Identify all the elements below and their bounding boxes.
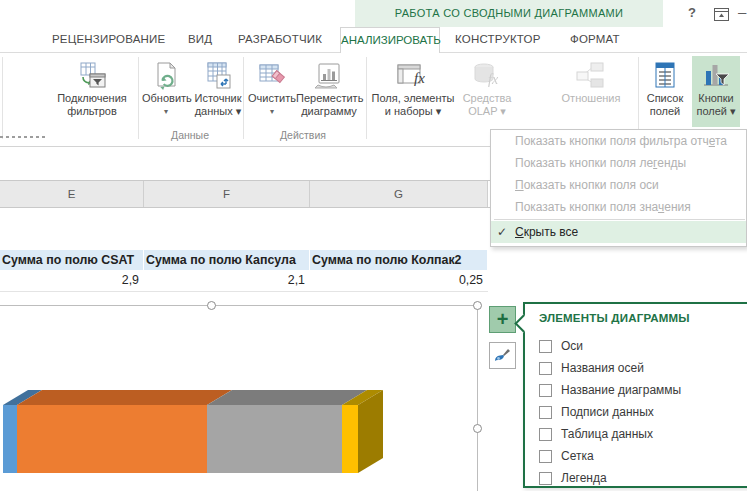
checkbox-row-axis-titles[interactable]: Названия осей: [539, 357, 681, 379]
bar-segment-yellow[interactable]: [342, 405, 358, 473]
tab-developer[interactable]: РАЗРАБОТЧИК: [238, 27, 322, 52]
button-label: Подключения: [46, 92, 138, 105]
bar-segment-gray[interactable]: [207, 405, 342, 473]
tab-view[interactable]: ВИД: [188, 27, 212, 52]
column-header-g[interactable]: G: [310, 181, 488, 207]
group-label-actions: Действия: [268, 129, 338, 141]
relationships-button[interactable]: Отношения: [556, 56, 626, 127]
dropdown-arrow: ▾: [248, 105, 296, 118]
excel-window: РАБОТА СО СВОДНЫМИ ДИАГРАММАМИ ? – РЕЦЕН…: [0, 0, 747, 491]
checkbox-label: Подписи данных: [561, 405, 654, 419]
field-list-icon: [642, 56, 688, 92]
svg-text:fx: fx: [414, 70, 425, 86]
menu-item-mnemonic: П: [515, 178, 524, 192]
group-separator: [138, 57, 139, 139]
data-source-button[interactable]: Источник данных ▾: [192, 56, 244, 127]
tab-analyze[interactable]: АНАЛИЗИРОВАТЬ: [340, 27, 440, 53]
checkbox-row-data-table[interactable]: Таблица данных: [539, 423, 681, 445]
button-label: фильтров: [46, 105, 138, 118]
checkbox-data-table[interactable]: [539, 428, 552, 441]
checkbox-data-labels[interactable]: [539, 406, 552, 419]
pivot-header-cell[interactable]: Сумма по полю Колпак2: [310, 250, 488, 270]
refresh-icon: [142, 56, 190, 92]
minimize-icon[interactable]: –: [738, 3, 746, 20]
clipped-group-label-artifact: [0, 136, 46, 138]
move-chart-icon: [296, 56, 362, 92]
pivot-value-cell[interactable]: 0,25: [310, 270, 488, 290]
group-label-data: Данные: [155, 129, 225, 141]
olap-tools-button[interactable]: fx Средства OLAP ▾: [458, 56, 516, 127]
selection-handle-middle-right[interactable]: [473, 424, 482, 433]
checkbox-chart-title[interactable]: [539, 384, 552, 397]
menu-item-show-legend-field-buttons[interactable]: Показать кнопки поля легенды: [491, 152, 746, 174]
fields-items-sets-button[interactable]: fx Поля, элементы и наборы ▾: [370, 56, 456, 127]
tab-design[interactable]: КОНСТРУКТОР: [455, 27, 541, 52]
button-label: OLAP ▾: [458, 105, 516, 118]
menu-item-show-axis-field-buttons[interactable]: Показать кнопки поля оси: [491, 174, 746, 196]
grid-line: [0, 207, 490, 208]
pivot-value-cell[interactable]: 2,9: [0, 270, 144, 290]
tab-review[interactable]: РЕЦЕНЗИРОВАНИЕ: [52, 27, 165, 52]
menu-item-text: оказать кнопки поля оси: [524, 178, 659, 192]
checkbox-row-data-labels[interactable]: Подписи данных: [539, 401, 681, 423]
field-buttons-button[interactable]: Кнопки полей ▾: [692, 56, 740, 127]
plus-icon: +: [497, 307, 509, 332]
checkbox-row-legend[interactable]: Легенда: [539, 467, 681, 489]
checkbox-row-axes[interactable]: Оси: [539, 335, 681, 357]
filter-connections-icon: [46, 56, 138, 92]
menu-item-show-value-field-buttons[interactable]: Показать кнопки поля значения: [491, 196, 746, 218]
refresh-button[interactable]: Обновить ▾: [142, 56, 190, 127]
selection-handle-top-center[interactable]: [207, 301, 216, 310]
checkbox-gridlines[interactable]: [539, 450, 552, 463]
button-label: Поля, элементы: [370, 92, 456, 105]
ribbon-display-options-icon[interactable]: [714, 7, 729, 25]
selection-handle-top-right[interactable]: [473, 301, 482, 310]
field-list-button[interactable]: Список полей: [642, 56, 688, 127]
checkbox-legend[interactable]: [539, 472, 552, 485]
checkbox-label: Таблица данных: [561, 427, 653, 441]
chart-selection-border-right[interactable]: [477, 305, 478, 491]
menu-item-text: Показать кнопки поля ле: [515, 156, 653, 170]
menu-item-text: енды: [657, 156, 686, 170]
checkbox-row-chart-title[interactable]: Название диаграммы: [539, 379, 681, 401]
column-headers: E F G: [0, 181, 488, 207]
checkbox-label: Сетка: [561, 449, 594, 463]
panel-title: ЭЛЕМЕНТЫ ДИАГРАММЫ: [539, 312, 690, 324]
button-label: Очистить: [248, 92, 296, 105]
pivot-chart-3d-bar[interactable]: [0, 385, 400, 480]
move-chart-button[interactable]: Переместить диаграмму: [296, 56, 362, 127]
pivot-header-cell[interactable]: Сумма по полю CSAT: [0, 250, 144, 270]
bar-segment-blue[interactable]: [3, 405, 17, 473]
pivot-header-row: Сумма по полю CSAT Сумма по полю Капсула…: [0, 250, 488, 270]
chart-selection-border-top[interactable]: [0, 305, 477, 306]
chart-elements-button[interactable]: +: [489, 306, 516, 333]
menu-item-show-report-filter-field-buttons[interactable]: Показать кнопки поля фильтра отчета: [491, 130, 746, 152]
checkbox-axes[interactable]: [539, 340, 552, 353]
group-separator: [366, 57, 367, 139]
bar-segment-orange[interactable]: [17, 405, 207, 473]
svg-text:fx: fx: [488, 72, 499, 87]
pivot-value-cell[interactable]: 2,1: [144, 270, 310, 290]
chart-styles-button[interactable]: [489, 342, 516, 369]
button-label: полей ▾: [692, 105, 740, 118]
checkbox-axis-titles[interactable]: [539, 362, 552, 375]
button-label: Переместить: [296, 92, 362, 105]
column-header-f[interactable]: F: [144, 181, 310, 207]
pivot-value-row: 2,9 2,1 0,25: [0, 270, 488, 290]
checkbox-label: Названия осей: [561, 361, 644, 375]
checkmark-icon: ✓: [497, 221, 513, 243]
filter-connections-button[interactable]: Подключения фильтров: [46, 56, 138, 127]
checkbox-label: Название диаграммы: [561, 383, 681, 397]
grid-line: [0, 291, 488, 292]
contextual-tab-header: РАБОТА СО СВОДНЫМИ ДИАГРАММАМИ: [355, 0, 663, 27]
column-header-e[interactable]: E: [0, 181, 144, 207]
button-label: Источник: [192, 92, 244, 105]
clear-button[interactable]: Очистить ▾: [248, 56, 296, 127]
help-icon[interactable]: ?: [688, 5, 696, 20]
panel-callout-notch: [514, 314, 532, 332]
checkbox-row-gridlines[interactable]: Сетка: [539, 445, 681, 467]
pivot-header-cell[interactable]: Сумма по полю Капсула: [144, 250, 310, 270]
panel-checkbox-list: Оси Названия осей Название диаграммы Под…: [539, 335, 681, 489]
tab-format[interactable]: ФОРМАТ: [570, 27, 620, 52]
menu-item-hide-all[interactable]: ✓ Скрыть все: [491, 221, 746, 243]
